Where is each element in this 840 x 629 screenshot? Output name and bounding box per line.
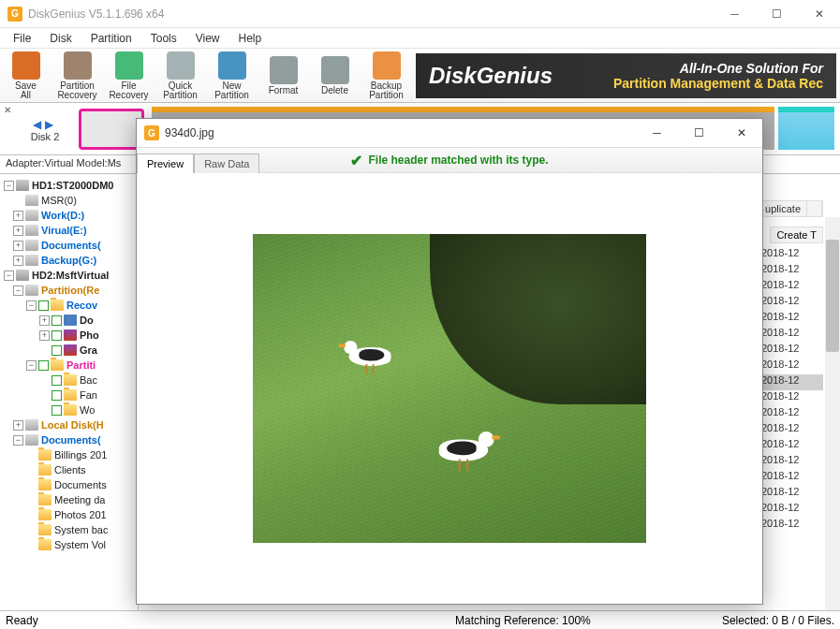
menu-tools[interactable]: Tools xyxy=(141,30,186,47)
backup-partition-button[interactable]: BackupPartition xyxy=(361,50,412,102)
file-recovery-button[interactable]: FileRecovery xyxy=(103,50,155,102)
tree-clients[interactable]: Clients xyxy=(0,462,138,477)
tree-partiti-fan[interactable]: Fan xyxy=(0,388,138,402)
backup-partition-icon xyxy=(373,51,401,80)
tree-hd1[interactable]: −HD1:ST2000DM0 xyxy=(0,178,138,193)
table-row[interactable]: 2018-12 xyxy=(758,422,823,438)
table-row[interactable]: 2018-12 xyxy=(758,438,823,454)
banner-brand: DiskGenius xyxy=(429,63,553,89)
status-ready: Ready xyxy=(6,614,455,627)
table-row[interactable]: 2018-12 xyxy=(758,470,823,486)
table-row[interactable]: 2018-12 xyxy=(758,263,823,279)
table-row[interactable]: 2018-12 xyxy=(758,518,823,534)
banner: DiskGenius All-In-One Solution For Parti… xyxy=(416,53,836,98)
tree-backup[interactable]: +Backup(G:) xyxy=(0,253,138,268)
tree-hd2[interactable]: −HD2:MsftVirtual xyxy=(0,268,138,283)
table-row[interactable]: 2018-12 xyxy=(758,406,823,422)
table-row[interactable]: 2018-12 xyxy=(758,502,823,518)
tree-documents-folder[interactable]: Documents xyxy=(0,477,138,492)
preview-image xyxy=(253,234,646,543)
col-duplicate[interactable]: uplicate xyxy=(759,201,807,216)
menu-partition[interactable]: Partition xyxy=(81,30,141,47)
disk-nav: ◀▶ Disk 2 xyxy=(17,116,73,142)
col-blank xyxy=(807,201,822,216)
titlebar: G DiskGenius V5.1.1.696 x64 ─ ☐ ✕ xyxy=(0,0,840,28)
tree-recov[interactable]: −Recov xyxy=(0,298,138,313)
tree-meeting[interactable]: Meeting da xyxy=(0,492,138,507)
tree-local-disk[interactable]: +Local Disk(H xyxy=(0,417,138,432)
tree-recov-gra[interactable]: Gra xyxy=(0,343,138,358)
tree-system-bac[interactable]: System bac xyxy=(0,522,138,537)
table-row[interactable]: 2018-12 xyxy=(758,486,823,502)
tree-work[interactable]: +Work(D:) xyxy=(0,208,138,223)
dialog-app-icon: G xyxy=(144,125,159,140)
scrollbar-thumb[interactable] xyxy=(826,240,839,352)
dialog-minimize-button[interactable]: ─ xyxy=(636,119,678,147)
table-row[interactable]: 2018-12 xyxy=(758,390,823,406)
table-row[interactable]: 2018-12 xyxy=(758,454,823,470)
close-button[interactable]: ✕ xyxy=(798,0,840,28)
tree-partiti-wo[interactable]: Wo xyxy=(0,402,138,417)
menu-file[interactable]: File xyxy=(4,30,40,47)
maximize-button[interactable]: ☐ xyxy=(756,0,798,28)
tree-documents-d[interactable]: +Documents( xyxy=(0,238,138,253)
list-header: uplicate xyxy=(759,200,823,217)
tree-recov-pho[interactable]: +Pho xyxy=(0,328,138,343)
app-icon: G xyxy=(7,7,22,22)
table-row[interactable]: 2018-12 xyxy=(758,327,823,343)
tree-virtual[interactable]: +Virual(E:) xyxy=(0,223,138,238)
table-row[interactable]: 2018-12 xyxy=(758,279,823,295)
minimize-button[interactable]: ─ xyxy=(714,0,756,28)
tree-photos[interactable]: Photos 201 xyxy=(0,507,138,522)
table-row[interactable]: 2018-12 xyxy=(758,358,823,374)
check-icon: ✔ xyxy=(350,152,362,169)
table-row[interactable]: 2018-12 xyxy=(758,247,823,263)
disk-label: Disk 2 xyxy=(17,131,73,142)
tab-raw-data[interactable]: Raw Data xyxy=(194,154,259,173)
prev-disk-icon[interactable]: ◀ xyxy=(33,118,45,131)
delete-button[interactable]: Delete xyxy=(309,50,361,102)
tree-panel: −HD1:ST2000DM0 MSR(0) +Work(D:) +Virual(… xyxy=(0,174,139,610)
statusbar: Ready Matching Reference: 100% Selected:… xyxy=(0,610,840,629)
status-selected: Selected: 0 B / 0 Files. xyxy=(722,614,834,627)
quick-partition-button[interactable]: QuickPartition xyxy=(155,50,206,102)
window-title: DiskGenius V5.1.1.696 x64 xyxy=(28,7,164,21)
next-disk-icon[interactable]: ▶ xyxy=(45,118,57,131)
menubar: File Disk Partition Tools View Help xyxy=(0,28,840,49)
tree-documents[interactable]: −Documents( xyxy=(0,432,138,447)
menu-disk[interactable]: Disk xyxy=(40,30,81,47)
list-rows: 2018-122018-122018-122018-122018-122018-… xyxy=(758,247,823,601)
tree-system-vol[interactable]: System Vol xyxy=(0,537,138,552)
table-row[interactable]: 2018-12 xyxy=(758,295,823,311)
tree-partition-re[interactable]: −Partition(Re xyxy=(0,283,138,298)
new-partition-button[interactable]: NewPartition xyxy=(206,50,258,102)
format-icon xyxy=(270,56,298,84)
tree-billings[interactable]: Billings 201 xyxy=(0,447,138,462)
partition-block-selected[interactable] xyxy=(79,109,144,150)
close-panel-icon[interactable]: ✕ xyxy=(4,103,17,115)
dialog-close-button[interactable]: ✕ xyxy=(720,119,762,147)
table-row[interactable]: 2018-12 xyxy=(758,343,823,358)
dialog-maximize-button[interactable]: ☐ xyxy=(678,119,720,147)
toolbar: SaveAllPartitionRecoveryFileRecoveryQuic… xyxy=(0,49,840,103)
partition-recovery-button[interactable]: PartitionRecovery xyxy=(52,50,103,102)
format-button[interactable]: Format xyxy=(258,50,309,102)
quick-partition-icon xyxy=(167,51,195,80)
menu-help[interactable]: Help xyxy=(229,30,272,47)
tree-recov-do[interactable]: +Do xyxy=(0,313,138,328)
scrollbar[interactable] xyxy=(825,217,840,610)
banner-line2: Partition Management & Data Rec xyxy=(613,76,823,91)
save-all-icon xyxy=(12,51,40,80)
banner-line1: All-In-One Solution For xyxy=(613,61,823,76)
tree-msr[interactable]: MSR(0) xyxy=(0,193,138,208)
partition-block-3[interactable] xyxy=(778,109,834,150)
tab-preview[interactable]: Preview xyxy=(137,154,194,173)
dialog-titlebar: G 934d0.jpg ─ ☐ ✕ xyxy=(137,119,762,147)
table-row[interactable]: 2018-12 xyxy=(758,311,823,327)
save-all-button[interactable]: SaveAll xyxy=(0,50,52,102)
tree-partiti[interactable]: −Partiti xyxy=(0,358,138,373)
table-row[interactable]: 2018-12 xyxy=(758,374,823,390)
tree-partiti-bac[interactable]: Bac xyxy=(0,373,138,388)
menu-view[interactable]: View xyxy=(186,30,229,47)
preview-dialog: G 934d0.jpg ─ ☐ ✕ Preview Raw Data ✔ Fil… xyxy=(136,118,763,605)
